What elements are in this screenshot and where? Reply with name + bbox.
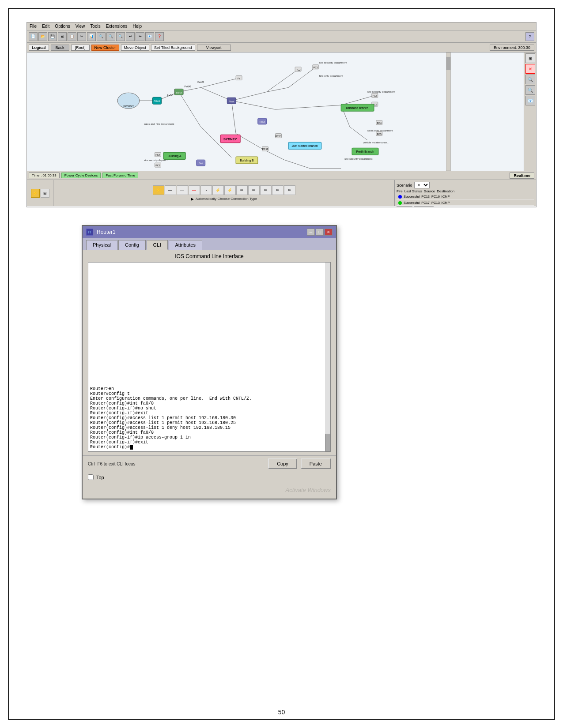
nav-back-btn[interactable]: Back bbox=[51, 45, 69, 51]
top-checkbox[interactable] bbox=[88, 474, 94, 480]
toolbar-new-icon[interactable]: 📄 bbox=[29, 32, 38, 41]
tab-physical[interactable]: Physical bbox=[86, 240, 117, 250]
minimize-button[interactable]: ─ bbox=[307, 229, 315, 236]
svg-rect-0 bbox=[100, 53, 450, 171]
toolbar-icon7[interactable]: 🔍 bbox=[97, 32, 106, 41]
menu-tools[interactable]: Tools bbox=[90, 24, 100, 29]
svg-text:Fa: Fa bbox=[238, 77, 241, 80]
close-button[interactable]: ✕ bbox=[325, 229, 333, 236]
delete-scenario-btn[interactable]: Delete bbox=[414, 206, 434, 207]
toolbar-icon10[interactable]: ↩ bbox=[126, 32, 135, 41]
router-titlebar: R Router1 ─ □ ✕ bbox=[83, 226, 336, 238]
new-scenario-btn[interactable]: New bbox=[397, 206, 412, 207]
bottom-icon-2[interactable]: ⊞ bbox=[41, 189, 49, 198]
right-panel-btn1[interactable]: ⊞ bbox=[525, 53, 535, 63]
connection-icon-9[interactable]: ✏ bbox=[248, 185, 260, 195]
cli-scrollbar[interactable] bbox=[325, 263, 330, 451]
toolbar-icon12[interactable]: 📧 bbox=[145, 32, 154, 41]
toolbar-icon6[interactable]: 📊 bbox=[87, 32, 96, 41]
tab-cli[interactable]: CLI bbox=[147, 240, 168, 250]
svg-text:PC12: PC12 bbox=[262, 148, 268, 150]
menu-extensions[interactable]: Extensions bbox=[106, 24, 128, 29]
connection-icon-7[interactable]: ⚡ bbox=[224, 185, 236, 195]
svg-text:Swi: Swi bbox=[199, 162, 203, 165]
svg-text:PC4: PC4 bbox=[377, 122, 382, 124]
cli-scrollbar-thumb[interactable] bbox=[325, 434, 330, 451]
scenario-select[interactable]: 0 bbox=[414, 182, 430, 188]
toolbar-icon13[interactable]: ❓ bbox=[155, 32, 164, 41]
realtime-label: Realtime bbox=[510, 173, 534, 179]
svg-text:Internet: Internet bbox=[123, 105, 134, 108]
right-panel-btn4[interactable]: 🔍 bbox=[525, 85, 535, 95]
menu-edit[interactable]: Edit bbox=[42, 24, 49, 29]
cli-line-8: Router(config)#access-list 1 permit host… bbox=[90, 420, 329, 425]
top-checkbox-label: Top bbox=[96, 475, 104, 480]
menu-file[interactable]: File bbox=[30, 24, 37, 29]
toolbar-icon9[interactable]: 🔍 bbox=[116, 32, 125, 41]
right-panel-btn5[interactable]: 📧 bbox=[525, 96, 535, 105]
pt-bottom-toolbar: ⚡ ⊞ ⚡ — — — ~ ⚡ ⚡ ✏ ✏ ✏ ✏ ✏ ▶ Automatica… bbox=[27, 180, 536, 206]
menu-help[interactable]: Help bbox=[133, 24, 142, 29]
svg-text:vehicle maintenance...: vehicle maintenance... bbox=[363, 141, 389, 144]
power-cycle-btn[interactable]: Power Cycle Devices bbox=[61, 173, 101, 178]
nav-logical-btn[interactable]: Logical bbox=[29, 45, 49, 51]
window-control-buttons: ─ □ ✕ bbox=[307, 229, 333, 236]
nav-set-tiled-btn[interactable]: Set Tiled Background bbox=[151, 45, 195, 51]
pdu-type-2: ICMP bbox=[442, 201, 450, 205]
toolbar-help-icon[interactable]: ? bbox=[525, 32, 534, 41]
router-cli-content: IOS Command Line Interface Router>en Rou… bbox=[83, 250, 336, 455]
scenario-label: Scenario bbox=[397, 183, 412, 188]
svg-text:PC7: PC7 bbox=[155, 154, 160, 156]
connection-icon-4[interactable]: — bbox=[189, 185, 200, 195]
toolbar-icon4[interactable]: 📋 bbox=[68, 32, 76, 41]
fast-forward-btn[interactable]: Fast Forward Time bbox=[102, 173, 138, 178]
right-panel-btn2[interactable]: ✕ bbox=[525, 64, 535, 74]
tab-config[interactable]: Config bbox=[118, 240, 146, 250]
toolbar-print-icon[interactable]: 🖨 bbox=[58, 32, 67, 41]
toolbar-save-icon[interactable]: 💾 bbox=[48, 32, 57, 41]
router-footer: Ctrl+F6 to exit CLI focus Copy Paste bbox=[83, 455, 336, 472]
toolbar-icon11[interactable]: ↪ bbox=[136, 32, 144, 41]
svg-text:site security depart...: site security depart... bbox=[144, 159, 168, 161]
cli-line-11: Router(config-if)#ip access-group 1 in bbox=[90, 435, 329, 440]
dest-col: Destination bbox=[437, 189, 454, 193]
cli-terminal[interactable]: Router>en Router#config t Enter configur… bbox=[88, 262, 331, 452]
toolbar-icon5[interactable]: ✂ bbox=[77, 32, 86, 41]
maximize-button[interactable]: □ bbox=[316, 229, 324, 236]
connection-icon-5[interactable]: ~ bbox=[200, 185, 212, 195]
nav-new-cluster-btn[interactable]: New Cluster bbox=[91, 45, 119, 51]
toolbar-icon8[interactable]: 🔍 bbox=[106, 32, 115, 41]
connection-icon-8[interactable]: ✏ bbox=[236, 185, 248, 195]
router-icon-symbol: R bbox=[88, 230, 91, 234]
connection-icon-1[interactable]: ⚡ bbox=[153, 185, 164, 195]
nav-move-object-btn[interactable]: Move Object bbox=[121, 45, 150, 51]
connection-icon-2[interactable]: — bbox=[165, 185, 176, 195]
right-panel-btn3[interactable]: 🔍 bbox=[525, 75, 535, 84]
connection-icon-11[interactable]: ✏ bbox=[272, 185, 283, 195]
bottom-icon-1[interactable]: ⚡ bbox=[31, 189, 40, 198]
menu-view[interactable]: View bbox=[76, 24, 85, 29]
tab-attributes[interactable]: Attributes bbox=[169, 240, 202, 250]
pdu-dot-1 bbox=[398, 195, 402, 199]
svg-text:site security department: site security department bbox=[344, 158, 372, 160]
menu-options[interactable]: Options bbox=[55, 24, 70, 29]
pt-canvas-main[interactable]: Internet ASA2 Rout Fa1/0 Fa0/0 Fa0/1 Rou… bbox=[27, 53, 524, 171]
connection-icon-6[interactable]: ⚡ bbox=[212, 185, 224, 195]
svg-text:PC1: PC1 bbox=[314, 66, 318, 69]
connection-icon-10[interactable]: ✏ bbox=[260, 185, 272, 195]
svg-text:Rout: Rout bbox=[259, 120, 265, 123]
svg-text:Fa1/0: Fa1/0 bbox=[197, 81, 204, 83]
svg-text:hire only department: hire only department bbox=[319, 75, 343, 77]
connection-icon-3[interactable]: — bbox=[177, 185, 188, 195]
copy-button[interactable]: Copy bbox=[268, 458, 297, 469]
cli-line-13: Router(config)# bbox=[90, 445, 329, 450]
connection-icon-12[interactable]: ✏ bbox=[284, 185, 295, 195]
svg-text:sales only department: sales only department bbox=[367, 129, 393, 132]
svg-rect-87 bbox=[446, 57, 451, 70]
svg-text:Brisbane branch: Brisbane branch bbox=[346, 106, 369, 109]
cli-line-1: Router>en bbox=[90, 387, 329, 391]
paste-button[interactable]: Paste bbox=[301, 458, 331, 469]
svg-text:Building A: Building A bbox=[168, 154, 181, 158]
pdu-dst-1: PC16 bbox=[431, 195, 440, 199]
toolbar-open-icon[interactable]: 📂 bbox=[38, 32, 47, 41]
